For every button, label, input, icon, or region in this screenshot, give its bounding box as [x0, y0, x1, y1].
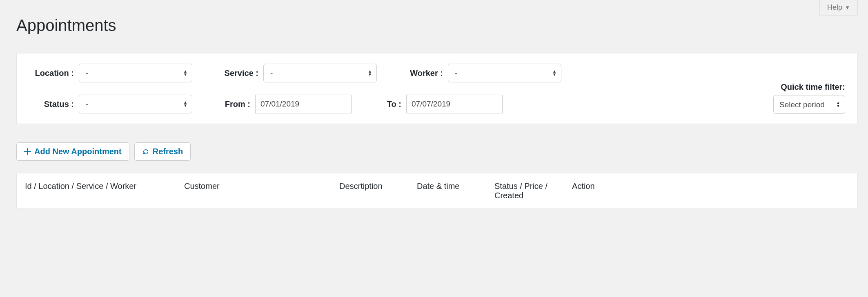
plus-icon: [24, 148, 31, 155]
refresh-icon: [142, 148, 149, 155]
col-description[interactable]: Descrtiption: [339, 182, 417, 200]
from-label: From :: [214, 100, 250, 109]
location-label: Location :: [29, 68, 74, 78]
table-header-row: Id / Location / Service / Worker Custome…: [17, 173, 857, 208]
status-select[interactable]: -: [79, 95, 192, 113]
help-tab[interactable]: Help ▼: [819, 0, 858, 16]
col-customer[interactable]: Customer: [184, 182, 339, 200]
col-status-price-created[interactable]: Status / Price / Created: [494, 182, 572, 200]
service-select[interactable]: -: [263, 64, 377, 82]
from-date-input[interactable]: [255, 95, 352, 113]
add-appointment-button[interactable]: Add New Appointment: [16, 142, 129, 161]
worker-label: Worker :: [398, 68, 443, 78]
quick-time-label: Quick time filter:: [768, 82, 845, 92]
worker-select[interactable]: -: [448, 64, 561, 82]
service-label: Service :: [214, 68, 258, 78]
page-title: Appointments: [0, 0, 868, 35]
col-action[interactable]: Action: [572, 182, 849, 200]
refresh-button[interactable]: Refresh: [134, 142, 191, 161]
refresh-label: Refresh: [153, 147, 183, 156]
location-select[interactable]: -: [79, 64, 192, 82]
help-label: Help: [827, 3, 842, 12]
col-id-loc-svc-worker[interactable]: Id / Location / Service / Worker: [25, 182, 184, 200]
quick-time-select[interactable]: Select period: [773, 95, 845, 114]
appointments-table: Id / Location / Service / Worker Custome…: [16, 173, 858, 209]
to-date-input[interactable]: [406, 95, 503, 113]
add-appointment-label: Add New Appointment: [34, 147, 122, 156]
status-label: Status :: [29, 100, 74, 109]
chevron-down-icon: ▼: [845, 4, 850, 11]
filter-panel: Location : - ▲▼ Service : - ▲▼ Worker : …: [16, 53, 858, 124]
to-label: To :: [373, 100, 401, 109]
col-date-time[interactable]: Date & time: [417, 182, 494, 200]
